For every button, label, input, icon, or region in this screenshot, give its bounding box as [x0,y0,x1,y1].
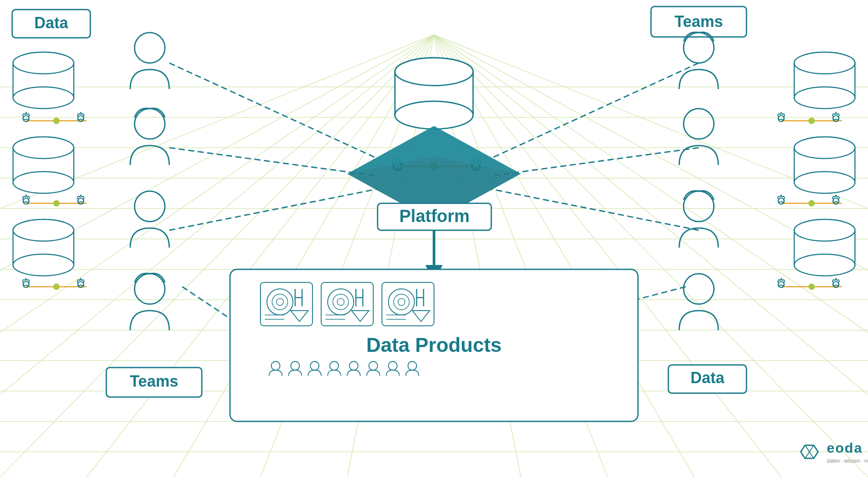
svg-point-80 [794,219,855,241]
gear-icon-left-3a [23,278,30,288]
svg-point-101 [135,33,165,63]
platform-label: Platform [399,206,470,225]
person-icon-left-3 [130,191,169,248]
svg-point-71 [794,87,855,109]
svg-point-72 [794,52,855,74]
person-icon-right-4 [679,274,718,330]
svg-point-103 [135,191,165,222]
svg-text:eoda: eoda [827,440,863,456]
svg-point-67 [13,254,74,276]
product-icon-3 [382,282,434,326]
teams-label-top-right: Teams [674,13,723,30]
gear-icon-right-3a [778,278,785,288]
gear-icon-left-3b [77,278,84,288]
svg-point-106 [684,109,714,139]
svg-point-75 [794,172,855,193]
data-label-bottom-right: Data [690,369,725,387]
gear-icon-left-1a [23,113,30,122]
teams-label-bottom-left: Teams [130,372,178,390]
svg-point-64 [13,137,74,159]
person-icon-right-1 [679,32,718,89]
gear-icon-right-1a [778,113,785,122]
gear-icon-right-2a [778,195,785,204]
person-icon-right-3 [679,191,718,248]
svg-point-104 [135,274,165,304]
svg-point-60 [13,52,74,74]
data-label-top-left: Data [34,14,69,32]
gear-icon-left-1b [77,113,84,122]
product-icon-2 [321,282,373,326]
svg-point-68 [13,219,74,241]
gear-icon-right-2b [832,195,839,204]
svg-point-102 [135,109,165,139]
person-icon-left-4 [130,273,169,330]
svg-point-108 [684,274,714,304]
data-products-label: Data Products [366,334,502,356]
svg-point-107 [684,191,714,222]
gear-icon-right-3b [832,278,839,288]
svg-point-76 [794,137,855,159]
product-icon-1 [260,282,312,326]
svg-point-83 [395,101,473,129]
gear-icon-left-2b [77,195,84,204]
svg-point-63 [13,172,74,193]
eoda-logo: eoda daten · wissen · nutzen [801,440,868,464]
svg-point-84 [395,58,473,86]
person-icon-right-2 [679,109,718,165]
gear-icon-left-2a [23,195,30,204]
person-icon-left-1 [130,33,169,89]
svg-point-79 [794,254,855,276]
svg-text:daten · wissen · nutzen: daten · wissen · nutzen [827,458,868,464]
gear-icon-right-1b [832,113,839,122]
person-icon-left-2 [130,108,169,165]
svg-point-59 [13,87,74,109]
